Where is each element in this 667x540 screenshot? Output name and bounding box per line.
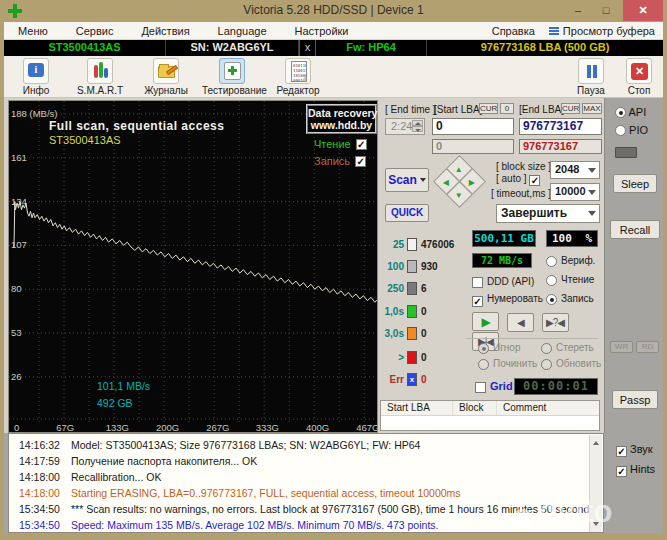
column-block[interactable]: Block bbox=[453, 401, 497, 415]
end-max-button[interactable]: MAX bbox=[582, 103, 602, 114]
grid-label: Grid bbox=[490, 380, 513, 392]
svg-text:161: 161 bbox=[11, 152, 27, 163]
menu-help[interactable]: Справка bbox=[478, 25, 549, 37]
write-checkbox[interactable] bbox=[355, 156, 366, 167]
log-row: 14:18:00Recallibration... OK bbox=[9, 471, 589, 487]
counter-25ms: 25 476006 bbox=[380, 238, 470, 252]
scroll-down-icon[interactable] bbox=[590, 517, 603, 530]
menu-main[interactable]: Меню bbox=[4, 25, 62, 37]
test-button[interactable]: Тестирование bbox=[202, 58, 262, 96]
counter-label: 3,0s bbox=[380, 328, 404, 339]
counter-color-block bbox=[407, 351, 417, 364]
info-button[interactable]: Инфо bbox=[6, 58, 66, 96]
activity-led bbox=[615, 147, 637, 158]
test-cross-icon bbox=[224, 62, 241, 80]
column-comment[interactable]: Comment bbox=[497, 401, 599, 415]
log-text: Recallibration... OK bbox=[71, 471, 161, 483]
column-start-lba[interactable]: Start LBA bbox=[381, 401, 453, 415]
buffer-view-label: Просмотр буфера bbox=[563, 25, 655, 37]
pause-button[interactable]: Пауза bbox=[561, 58, 621, 96]
stop-button[interactable]: Стоп bbox=[616, 58, 662, 96]
read-radio[interactable]: Чтение bbox=[546, 274, 594, 286]
passp-button[interactable]: Passp bbox=[612, 390, 658, 409]
api-radio[interactable]: API bbox=[615, 106, 646, 118]
on-end-action-select[interactable]: Завершить bbox=[496, 204, 600, 223]
toolbar: Инфо S.M.A.R.T Журналы Тестирование 0101… bbox=[4, 56, 663, 98]
svg-text:107: 107 bbox=[11, 239, 27, 250]
svg-text:400G: 400G bbox=[306, 422, 329, 432]
log-area: 14:16:32Model: ST3500413AS; Size 9767731… bbox=[4, 433, 663, 533]
erase-radio[interactable]: Стереть bbox=[541, 342, 594, 354]
grid-checkbox[interactable] bbox=[475, 382, 486, 393]
menu-settings[interactable]: Настройки bbox=[281, 25, 363, 37]
svg-text:188 (MB/s): 188 (MB/s) bbox=[11, 108, 57, 119]
timeout-label: [ timeout,ms ] bbox=[491, 188, 551, 199]
recall-button[interactable]: Recall bbox=[610, 220, 660, 239]
refresh-radio[interactable]: Обновить bbox=[541, 358, 601, 370]
smart-button[interactable]: S.M.A.R.T bbox=[70, 58, 130, 96]
rd-button[interactable]: RD bbox=[636, 341, 659, 353]
current-position-annotation: 492 GB bbox=[97, 397, 133, 409]
victoria-app-window: Victoria 5.28 HDD/SSD | Device 1 – □ ✕ М… bbox=[0, 0, 667, 540]
start-cur-button[interactable]: CUR bbox=[479, 103, 498, 114]
buffer-view-button[interactable]: Просмотр буфера bbox=[549, 25, 663, 37]
menu-service[interactable]: Сервис bbox=[62, 25, 128, 37]
quick-button[interactable]: QUICK bbox=[385, 204, 429, 222]
end-lba-input[interactable]: 976773167 bbox=[519, 118, 602, 135]
spinner-arrows-icon[interactable] bbox=[412, 120, 423, 133]
verify-radio[interactable]: Вериф. bbox=[546, 255, 595, 267]
hints-label: Hints bbox=[630, 463, 655, 475]
log-row: 15:34:50*** Scan results: no warnings, n… bbox=[9, 503, 589, 519]
seek-question-button[interactable]: ▶?◀ bbox=[542, 313, 569, 332]
logs-button[interactable]: Журналы bbox=[136, 58, 196, 96]
log-time: 14:17:59 bbox=[19, 455, 60, 467]
wr-button[interactable]: WR bbox=[610, 341, 633, 353]
pause-icon bbox=[578, 58, 604, 84]
counter-label: 1,0s bbox=[380, 306, 404, 317]
ddd-checkbox[interactable]: DDD (API) bbox=[472, 276, 534, 288]
defect-table[interactable]: Start LBA Block Comment bbox=[380, 400, 600, 431]
svg-text:267G: 267G bbox=[206, 422, 229, 432]
editor-button[interactable]: 010110 110011 101000 0001 Редактор bbox=[268, 58, 328, 96]
scan-button[interactable]: Scan bbox=[385, 168, 429, 192]
menu-actions[interactable]: Действия bbox=[127, 25, 203, 37]
log-side-panel: Звук Hints bbox=[608, 433, 663, 533]
menu-language[interactable]: Language bbox=[204, 25, 281, 37]
rewind-button[interactable]: ◀ bbox=[507, 313, 534, 332]
end-cur-button[interactable]: CUR bbox=[561, 103, 580, 114]
read-checkbox[interactable] bbox=[356, 139, 367, 150]
repair-radio[interactable]: Починить bbox=[478, 358, 537, 370]
start-lba-input[interactable]: 0 bbox=[432, 118, 514, 135]
lcd-percent: 100 % bbox=[546, 230, 598, 247]
device-x-button[interactable]: x bbox=[299, 40, 316, 56]
log-row: 15:34:50Speed: Maximum 135 MB/s. Average… bbox=[9, 519, 589, 533]
pio-radio[interactable]: PIO bbox=[615, 124, 648, 136]
end-time-value: 2:24 bbox=[391, 120, 412, 132]
counter-color-block bbox=[407, 282, 417, 295]
auto-checkbox[interactable] bbox=[529, 175, 540, 186]
start-zero-button[interactable]: 0 bbox=[500, 103, 514, 114]
log-box[interactable]: 14:16:32Model: ST3500413AS; Size 9767731… bbox=[8, 433, 604, 533]
log-scrollbar[interactable] bbox=[589, 435, 602, 532]
end-time-spinner[interactable]: 2:24 bbox=[385, 118, 425, 135]
banner-line2: www.hdd.by bbox=[308, 119, 375, 131]
ignore-radio[interactable]: Игнор bbox=[478, 342, 520, 354]
svg-text:26: 26 bbox=[11, 371, 22, 382]
repair-label: Починить bbox=[493, 358, 537, 369]
maximize-button[interactable]: □ bbox=[593, 0, 619, 21]
hints-checkbox[interactable]: Hints bbox=[616, 463, 655, 477]
block-size-select[interactable]: 2048 bbox=[550, 161, 600, 179]
counter-1s: 1,0s 0 bbox=[380, 305, 470, 319]
minimize-button[interactable]: – bbox=[565, 0, 591, 21]
timeout-select[interactable]: 10000 bbox=[550, 183, 600, 201]
write-radio[interactable]: Запись bbox=[546, 293, 594, 305]
numerate-checkbox[interactable]: Нумеровать bbox=[472, 293, 543, 307]
sound-checkbox[interactable]: Звук bbox=[616, 443, 653, 457]
sleep-button[interactable]: Sleep bbox=[613, 174, 657, 193]
scroll-up-icon[interactable] bbox=[590, 437, 603, 450]
play-button[interactable]: ▶ bbox=[472, 312, 499, 331]
erase-label: Стереть bbox=[556, 342, 594, 353]
counter-color-block bbox=[407, 260, 417, 273]
device-info-bar: ST3500413AS SN: W2ABG6YL x Fw: HP64 9767… bbox=[4, 40, 663, 56]
close-button[interactable]: ✕ bbox=[623, 0, 663, 21]
